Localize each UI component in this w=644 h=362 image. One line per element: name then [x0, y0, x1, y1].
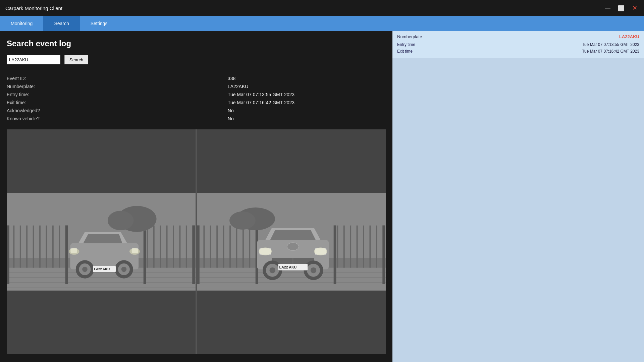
- svg-rect-10: [20, 225, 21, 267]
- close-button[interactable]: ✕: [631, 4, 639, 12]
- svg-rect-56: [243, 225, 244, 267]
- known-vehicle-value: No: [228, 115, 386, 123]
- svg-rect-13: [39, 225, 41, 267]
- event-id-label: Event ID:: [7, 74, 228, 82]
- svg-point-80: [269, 267, 275, 273]
- svg-rect-9: [13, 225, 14, 267]
- svg-rect-51: [210, 225, 211, 267]
- known-vehicle-label: Known vehicle?: [7, 115, 228, 123]
- svg-rect-24: [179, 225, 180, 267]
- search-bar: Search: [7, 55, 386, 64]
- svg-rect-52: [216, 225, 218, 267]
- result-numberplate-label: Numberplate: [397, 34, 422, 39]
- svg-rect-63: [357, 225, 358, 267]
- acknowledged-label: Acknowledged?: [7, 107, 228, 115]
- svg-rect-54: [229, 225, 231, 267]
- exit-time-label: Exit time:: [7, 99, 228, 107]
- svg-rect-19: [147, 225, 148, 267]
- exit-camera-image: LA22 AKU: [197, 129, 386, 354]
- result-entry-value: Tue Mar 07 07:13:55 GMT 2023: [582, 42, 639, 47]
- result-entry-row: Entry time Tue Mar 07 07:13:55 GMT 2023: [397, 41, 639, 48]
- svg-text:LA22 AKU: LA22 AKU: [94, 267, 110, 271]
- svg-rect-61: [343, 225, 345, 267]
- maximize-button[interactable]: ⬜: [617, 4, 625, 12]
- svg-rect-11: [26, 225, 28, 267]
- svg-point-28: [108, 211, 134, 230]
- navbar: Monitoring Search Settings: [0, 16, 644, 31]
- svg-rect-66: [376, 225, 377, 267]
- exit-time-value: Tue Mar 07 07:16:42 GMT 2023: [228, 99, 386, 107]
- right-panel: Numberplate LA22AKU Entry time Tue Mar 0…: [392, 31, 644, 362]
- svg-rect-26: [7, 213, 196, 226]
- svg-point-33: [129, 248, 140, 254]
- exit-camera-frame: LA22 AKU: [197, 129, 386, 354]
- svg-rect-44: [197, 268, 386, 291]
- tab-settings[interactable]: Settings: [80, 16, 118, 31]
- svg-rect-65: [369, 225, 371, 267]
- acknowledged-value: No: [228, 107, 386, 115]
- tab-monitoring[interactable]: Monitoring: [0, 16, 43, 31]
- svg-rect-8: [65, 219, 68, 284]
- numberplate-value: LA22AKU: [228, 82, 386, 90]
- svg-rect-62: [350, 225, 351, 267]
- svg-rect-48: [197, 219, 200, 284]
- entry-time-value: Tue Mar 07 07:13:55 GMT 2023: [228, 90, 386, 99]
- result-exit-value: Tue Mar 07 07:16:42 GMT 2023: [582, 49, 639, 54]
- result-exit-label: Exit time: [397, 49, 413, 54]
- svg-rect-14: [46, 225, 47, 267]
- svg-rect-21: [160, 225, 161, 267]
- svg-rect-58: [334, 219, 336, 284]
- cameras-area: LA22 AKU: [7, 129, 386, 354]
- window-controls: — ⬜ ✕: [604, 4, 639, 12]
- svg-point-39: [121, 267, 127, 272]
- svg-rect-57: [249, 225, 250, 267]
- svg-rect-55: [236, 225, 237, 267]
- svg-point-32: [69, 248, 79, 254]
- result-item-header: Numberplate LA22AKU: [397, 34, 639, 39]
- svg-rect-18: [192, 219, 195, 284]
- svg-text:LA22 AKU: LA22 AKU: [279, 265, 297, 269]
- svg-point-36: [82, 267, 88, 272]
- svg-point-76: [314, 247, 327, 255]
- svg-rect-53: [223, 225, 224, 267]
- page-title: Search event log: [7, 39, 386, 48]
- tab-search[interactable]: Search: [43, 16, 79, 31]
- result-numberplate-value: LA22AKU: [619, 34, 639, 39]
- svg-rect-23: [173, 225, 174, 267]
- svg-rect-60: [337, 225, 338, 267]
- result-entry-label: Entry time: [397, 42, 415, 47]
- svg-point-69: [229, 212, 256, 230]
- svg-rect-7: [7, 219, 9, 284]
- entry-camera-image: LA22 AKU: [7, 129, 196, 354]
- minimize-button[interactable]: —: [604, 4, 612, 12]
- entry-camera-frame: LA22 AKU: [7, 129, 196, 354]
- svg-rect-67: [197, 213, 386, 226]
- result-exit-row: Exit time Tue Mar 07 07:16:42 GMT 2023: [397, 48, 639, 55]
- svg-point-75: [259, 247, 272, 255]
- search-button[interactable]: Search: [64, 55, 88, 64]
- svg-rect-12: [33, 225, 34, 267]
- right-panel-empty: [392, 58, 644, 362]
- content-area: Search event log Search Event ID: 338 Nu…: [0, 31, 392, 362]
- app-title: Carpark Monitoring Client: [5, 5, 62, 11]
- svg-rect-22: [166, 225, 168, 267]
- svg-rect-16: [59, 225, 60, 267]
- svg-rect-64: [363, 225, 364, 267]
- entry-time-label: Entry time:: [7, 90, 228, 99]
- numberplate-label: Numberplate:: [7, 82, 228, 90]
- svg-rect-20: [153, 225, 155, 267]
- svg-rect-50: [203, 225, 205, 267]
- titlebar: Carpark Monitoring Client — ⬜ ✕: [0, 0, 644, 16]
- svg-point-77: [287, 243, 299, 250]
- svg-rect-59: [382, 219, 385, 284]
- result-item[interactable]: Numberplate LA22AKU Entry time Tue Mar 0…: [392, 31, 644, 58]
- event-id-value: 338: [228, 74, 386, 82]
- search-input[interactable]: [7, 55, 60, 64]
- event-details: Event ID: 338 Numberplate: LA22AKU Entry…: [7, 74, 386, 123]
- svg-rect-25: [186, 225, 187, 267]
- svg-rect-15: [52, 225, 54, 267]
- svg-point-83: [311, 267, 316, 273]
- main-layout: Search event log Search Event ID: 338 Nu…: [0, 31, 644, 362]
